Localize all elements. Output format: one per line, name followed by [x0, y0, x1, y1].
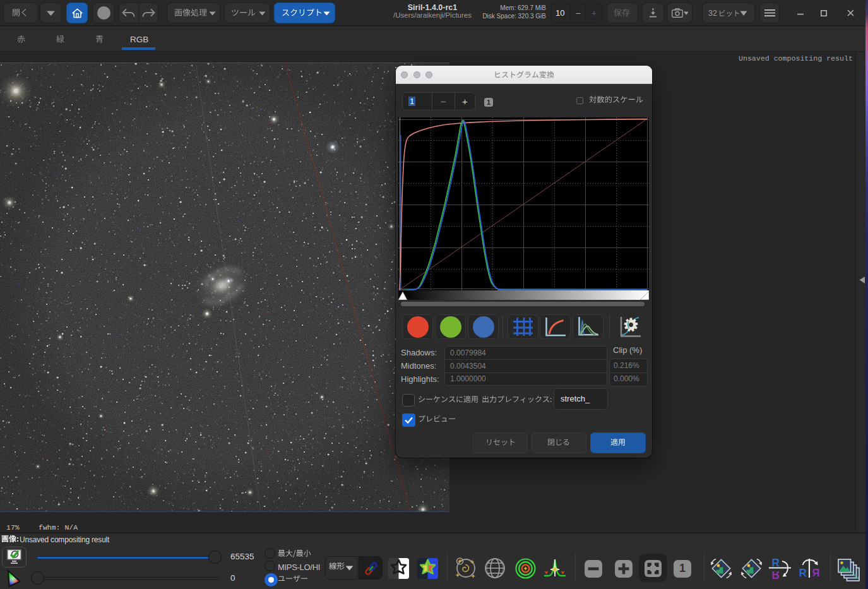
svg-text:R: R	[772, 569, 780, 580]
svg-text:R: R	[772, 557, 780, 569]
svg-text:R: R	[812, 567, 819, 579]
svg-text:R: R	[799, 567, 807, 579]
